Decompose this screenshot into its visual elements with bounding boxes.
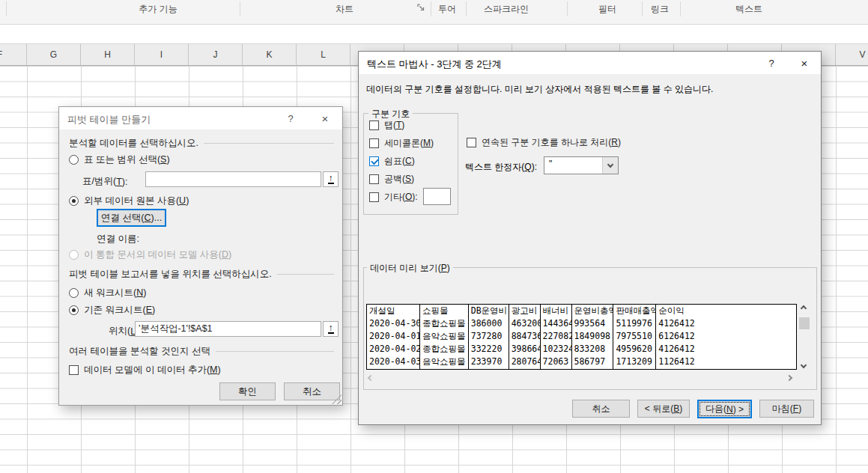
- preview-cell: 종합쇼핑몰: [420, 343, 468, 355]
- preview-column: DB운영비386000737280332220233970: [469, 305, 509, 369]
- other-delimiter-input[interactable]: [423, 188, 451, 205]
- preview-cell: 737280: [469, 330, 509, 343]
- preview-cell: 233970: [469, 355, 509, 368]
- preview-cell: 227082: [541, 330, 571, 343]
- checkbox-label: 세미콜론(M): [384, 137, 434, 150]
- checkbox-comma[interactable]: 쉼표(C): [369, 155, 415, 168]
- checkbox-consecutive[interactable]: 연속된 구분 기호를 하나로 처리(R): [467, 136, 621, 149]
- preview-header-cell: 배너비: [541, 305, 571, 317]
- preview-cell: 72063: [541, 355, 571, 368]
- scroll-up-icon[interactable]: [801, 305, 807, 311]
- checkbox-icon: [369, 156, 379, 166]
- column-header-J[interactable]: J: [189, 44, 243, 65]
- checkbox-other[interactable]: 기타(O):: [369, 191, 418, 204]
- text-qualifier-label: 텍스트 한정자(Q):: [465, 161, 537, 174]
- section-multiple-tables: 여러 테이블을 분석할 것인지 선택: [69, 345, 334, 358]
- radio-icon: [69, 196, 79, 206]
- ok-button[interactable]: 확인: [219, 382, 276, 400]
- scrollbar-thumb[interactable]: [799, 317, 810, 329]
- radio-existing-worksheet[interactable]: 기존 워크시트(E): [69, 304, 155, 317]
- wizard-dialog-titlebar[interactable]: 텍스트 마법사 - 3단계 중 2단계 ? ×: [359, 52, 821, 74]
- ribbon-group-addins: 추가 기능: [139, 3, 177, 16]
- close-icon[interactable]: ×: [796, 56, 813, 70]
- cancel-button[interactable]: 취소: [572, 400, 630, 418]
- ribbon-strip: 추가 기능 차트 투어 스파크라인 필터 링크 텍스트: [0, 0, 868, 25]
- ribbon-group-text: 텍스트: [735, 3, 762, 16]
- finish-button[interactable]: 마침(F): [759, 400, 814, 418]
- cancel-button[interactable]: 취소: [284, 382, 340, 400]
- close-icon[interactable]: ×: [317, 112, 333, 126]
- table-range-label: 표/범위(T):: [82, 175, 127, 188]
- preview-vertical-scrollbar[interactable]: [799, 304, 810, 370]
- preview-cell: 463200: [509, 317, 540, 330]
- scroll-down-icon[interactable]: [801, 362, 807, 368]
- ribbon-group-charts: 차트: [336, 3, 353, 16]
- preview-column: 광고비463200884736398664280764: [509, 305, 541, 369]
- pivot-dialog-title: 피벗 테이블 만들기: [67, 113, 151, 126]
- preview-cell: 102324: [541, 343, 571, 355]
- help-icon[interactable]: ?: [282, 112, 299, 126]
- radio-label: 표 또는 범위 선택(S): [84, 153, 170, 166]
- preview-cell: 2020-04-02: [367, 343, 419, 355]
- preview-cell: 144364: [541, 317, 571, 330]
- checkbox-label: 탭(T): [384, 119, 404, 132]
- column-header-V[interactable]: V: [836, 44, 868, 65]
- radio-external-source[interactable]: 외부 데이터 원본 사용(U): [69, 195, 189, 207]
- preview-cell: 5119976: [613, 317, 655, 330]
- column-header-G[interactable]: G: [27, 44, 81, 65]
- section-label: 피벗 테이블 보고서를 넣을 위치를 선택하십시오.: [69, 268, 272, 281]
- radio-table-range[interactable]: 표 또는 범위 선택(S): [69, 153, 170, 166]
- range-select-button[interactable]: ↑: [323, 171, 339, 187]
- preview-header-cell: DB운영비: [469, 305, 509, 317]
- next-button[interactable]: 다음(N) >: [697, 400, 752, 418]
- checkbox-label: 쉼표(C): [384, 155, 415, 168]
- text-qualifier-dropdown[interactable]: ": [544, 156, 619, 174]
- column-header-L[interactable]: L: [297, 44, 350, 65]
- dropdown-button[interactable]: [602, 157, 618, 174]
- preview-cell: 4959620: [613, 343, 655, 355]
- pivot-dialog-titlebar[interactable]: 피벗 테이블 만들기 ? ×: [59, 107, 342, 129]
- preview-column: 순이익4126412612641241264121126412: [656, 305, 796, 369]
- preview-header-cell: 순이익: [656, 305, 796, 317]
- wizard-description: 데이터의 구분 기호를 설정합니다. 미리 보기 상자에서 적용된 텍스트를 볼…: [366, 83, 713, 96]
- preview-cell: 음악쇼핑몰: [420, 330, 468, 343]
- preview-cell: 6126412: [656, 330, 796, 343]
- connection-name-label: 연결 이름:: [97, 233, 139, 245]
- preview-column: 판매매출액5119976797551049596201713209: [613, 305, 656, 369]
- checkbox-label: 데이터 모델에 이 데이터 추가(M): [84, 364, 221, 376]
- ribbon-separator: [642, 1, 643, 16]
- range-select-button[interactable]: ↑: [323, 321, 339, 337]
- preview-header-cell: 쇼핑몰: [420, 305, 468, 317]
- ribbon-group-links: 링크: [651, 3, 669, 16]
- radio-icon: [69, 305, 79, 315]
- back-button[interactable]: < 뒤로(B): [637, 400, 690, 418]
- table-range-input[interactable]: [145, 171, 321, 187]
- preview-cell: 398664: [509, 343, 540, 355]
- checkbox-space[interactable]: 공백(S): [369, 173, 414, 186]
- checkbox-add-to-data-model[interactable]: 데이터 모델에 이 데이터 추가(M): [69, 364, 221, 376]
- preview-cell: 1713209: [613, 355, 655, 368]
- collapse-dialog-icon: ↑: [328, 324, 334, 334]
- radio-label: 이 통합 문서의 데이터 모델 사용(D): [84, 248, 231, 261]
- text-wizard-dialog: 텍스트 마법사 - 3단계 중 2단계 ? × 데이터의 구분 기호를 설정합니…: [358, 51, 822, 425]
- checkbox-icon: [369, 192, 379, 202]
- radio-new-worksheet[interactable]: 새 워크시트(N): [69, 287, 146, 299]
- choose-connection-button[interactable]: 연결 선택(C)...: [97, 209, 166, 227]
- radio-label: 외부 데이터 원본 사용(U): [84, 195, 189, 207]
- checkbox-tab[interactable]: 탭(T): [369, 119, 404, 132]
- formula-bar-area: [0, 25, 868, 43]
- help-icon[interactable]: ?: [763, 56, 780, 70]
- column-header-I[interactable]: I: [135, 44, 189, 65]
- column-header-F[interactable]: F: [0, 44, 27, 65]
- radio-label: 새 워크시트(N): [84, 287, 146, 299]
- collapse-dialog-icon: ↑: [328, 174, 334, 184]
- column-header-H[interactable]: H: [81, 44, 135, 65]
- ribbon-separator: [466, 1, 467, 16]
- dialog-launcher-icon[interactable]: [416, 3, 426, 13]
- preview-cell: 386000: [469, 317, 509, 330]
- column-header-K[interactable]: K: [243, 44, 297, 65]
- checkbox-label: 공백(S): [384, 173, 414, 186]
- location-input[interactable]: [135, 321, 321, 337]
- preview-cell: 332220: [469, 343, 509, 355]
- checkbox-semicolon[interactable]: 세미콜론(M): [369, 137, 434, 150]
